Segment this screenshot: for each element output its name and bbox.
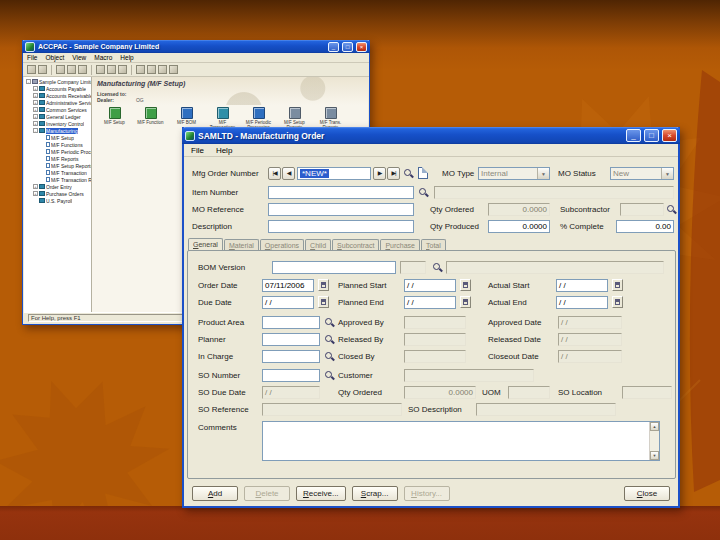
- toolbar-icon[interactable]: [169, 65, 178, 74]
- tab[interactable]: Subcontract: [332, 239, 379, 250]
- tree-item[interactable]: + Accounts Payable: [24, 85, 91, 92]
- tree-expander[interactable]: +: [33, 121, 38, 126]
- tree-item[interactable]: + Accounts Receivable: [24, 92, 91, 99]
- tree-item[interactable]: M/F Transaction Reports: [24, 176, 91, 183]
- tree-expander[interactable]: +: [33, 114, 38, 119]
- menu-item[interactable]: Object: [45, 54, 64, 61]
- toolbar-icon[interactable]: [96, 65, 105, 74]
- tree-expander[interactable]: +: [33, 107, 38, 112]
- mo-reference-field[interactable]: [268, 203, 414, 216]
- product-area-field[interactable]: [262, 316, 320, 329]
- menu-item[interactable]: File: [27, 54, 37, 61]
- accpac-minimize-button[interactable]: _: [328, 42, 339, 52]
- toolbar-icon[interactable]: [147, 65, 156, 74]
- mo-maximize-button[interactable]: □: [644, 129, 659, 142]
- planned-start-calendar-button[interactable]: [460, 279, 471, 291]
- mo-titlebar[interactable]: SAMLTD - Manufacturing Order _ □ ×: [182, 127, 680, 144]
- subcontractor-finder-icon[interactable]: [666, 204, 677, 215]
- toolbar-icon[interactable]: [56, 65, 65, 74]
- next-record-button[interactable]: ▶: [373, 167, 386, 180]
- bom-version-field[interactable]: [272, 261, 396, 274]
- footer-button[interactable]: History...: [404, 486, 450, 501]
- accpac-titlebar[interactable]: ACCPAC - Sample Company Limited _ □ ×: [22, 40, 370, 53]
- planned-end-field[interactable]: / /: [404, 296, 456, 309]
- toolbar-icon[interactable]: [27, 65, 36, 74]
- tree-expander[interactable]: +: [33, 191, 38, 196]
- due-date-field[interactable]: / /: [262, 296, 314, 309]
- finder-icon[interactable]: [403, 168, 414, 179]
- scroll-down-icon[interactable]: ▼: [650, 451, 659, 460]
- product-area-finder-icon[interactable]: [324, 317, 335, 328]
- actual-end-field[interactable]: / /: [556, 296, 608, 309]
- tree-item[interactable]: M/F Setup: [24, 134, 91, 141]
- menu-item[interactable]: Macro: [94, 54, 112, 61]
- toolbar-icon[interactable]: [158, 65, 167, 74]
- tab[interactable]: Child: [305, 239, 331, 250]
- footer-button[interactable]: Scrap...: [352, 486, 398, 501]
- in-charge-finder-icon[interactable]: [324, 351, 335, 362]
- tree-item[interactable]: M/F Transaction: [24, 169, 91, 176]
- tree-item[interactable]: - Sample Company Limited: [24, 78, 91, 85]
- toolbar-icon[interactable]: [38, 65, 47, 74]
- in-charge-field[interactable]: [262, 350, 320, 363]
- footer-button[interactable]: Receive...: [296, 486, 346, 501]
- menu-item[interactable]: Help: [120, 54, 133, 61]
- mo-status-dropdown[interactable]: New: [610, 167, 674, 180]
- accpac-maximize-button[interactable]: □: [342, 42, 353, 52]
- tree-expander[interactable]: +: [33, 86, 38, 91]
- toolbar-icon[interactable]: [78, 65, 87, 74]
- tree-item[interactable]: M/F Reports: [24, 155, 91, 162]
- mo-type-dropdown[interactable]: Internal: [478, 167, 550, 180]
- order-date-field[interactable]: 07/11/2006: [262, 279, 314, 292]
- tree-item[interactable]: U.S. Payroll: [24, 197, 91, 204]
- menu-item[interactable]: Help: [216, 146, 232, 155]
- so-number-field[interactable]: [262, 369, 320, 382]
- actual-start-calendar-button[interactable]: [612, 279, 623, 291]
- menu-item[interactable]: File: [191, 146, 204, 155]
- tab[interactable]: Operations: [260, 239, 304, 250]
- toolbar-icon[interactable]: [107, 65, 116, 74]
- tab[interactable]: Material: [224, 239, 259, 250]
- tree-item[interactable]: - Manufacturing: [24, 127, 91, 134]
- new-document-icon[interactable]: [418, 167, 428, 179]
- footer-button[interactable]: Add: [192, 486, 238, 501]
- order-date-calendar-button[interactable]: [318, 279, 329, 291]
- tree-item[interactable]: M/F Functions: [24, 141, 91, 148]
- so-number-finder-icon[interactable]: [324, 370, 335, 381]
- tab[interactable]: Purchase: [380, 239, 420, 250]
- tree-item[interactable]: + Order Entry: [24, 183, 91, 190]
- tree-expander[interactable]: +: [33, 184, 38, 189]
- tree-item[interactable]: + Purchase Orders: [24, 190, 91, 197]
- actual-start-field[interactable]: / /: [556, 279, 608, 292]
- tree-item[interactable]: M/F Periodic Processing: [24, 148, 91, 155]
- comments-textarea[interactable]: ▲ ▼: [262, 421, 660, 461]
- footer-button[interactable]: Delete: [244, 486, 290, 501]
- mfg-order-number-field[interactable]: *NEW*: [297, 167, 371, 180]
- tree-item[interactable]: + Inventory Control: [24, 120, 91, 127]
- toolbar-icon[interactable]: [67, 65, 76, 74]
- item-finder-icon[interactable]: [418, 187, 429, 198]
- actual-end-calendar-button[interactable]: [612, 296, 623, 308]
- toolbar-icon[interactable]: [118, 65, 127, 74]
- tree-item[interactable]: M/F Setup Reports: [24, 162, 91, 169]
- comments-scrollbar[interactable]: ▲ ▼: [649, 422, 659, 460]
- footer-button[interactable]: Close: [624, 486, 670, 501]
- mo-close-button[interactable]: ×: [662, 129, 677, 142]
- tree-expander[interactable]: -: [33, 128, 38, 133]
- pct-complete-field[interactable]: 0.00: [616, 220, 674, 233]
- mo-minimize-button[interactable]: _: [626, 129, 641, 142]
- qty-produced-field[interactable]: 0.0000: [488, 220, 550, 233]
- description-field[interactable]: [268, 220, 414, 233]
- tree-item[interactable]: + Administrative Services: [24, 99, 91, 106]
- tree-expander[interactable]: +: [33, 93, 38, 98]
- item-number-field[interactable]: [268, 186, 414, 199]
- accpac-close-button[interactable]: ×: [356, 42, 367, 52]
- due-date-calendar-button[interactable]: [318, 296, 329, 308]
- planned-start-field[interactable]: / /: [404, 279, 456, 292]
- tree-expander[interactable]: +: [33, 100, 38, 105]
- tree-item[interactable]: + General Ledger: [24, 113, 91, 120]
- scroll-up-icon[interactable]: ▲: [650, 422, 659, 431]
- bom-finder-icon[interactable]: [432, 262, 443, 273]
- module-icon[interactable]: M/F Setup: [98, 107, 131, 130]
- planned-end-calendar-button[interactable]: [460, 296, 471, 308]
